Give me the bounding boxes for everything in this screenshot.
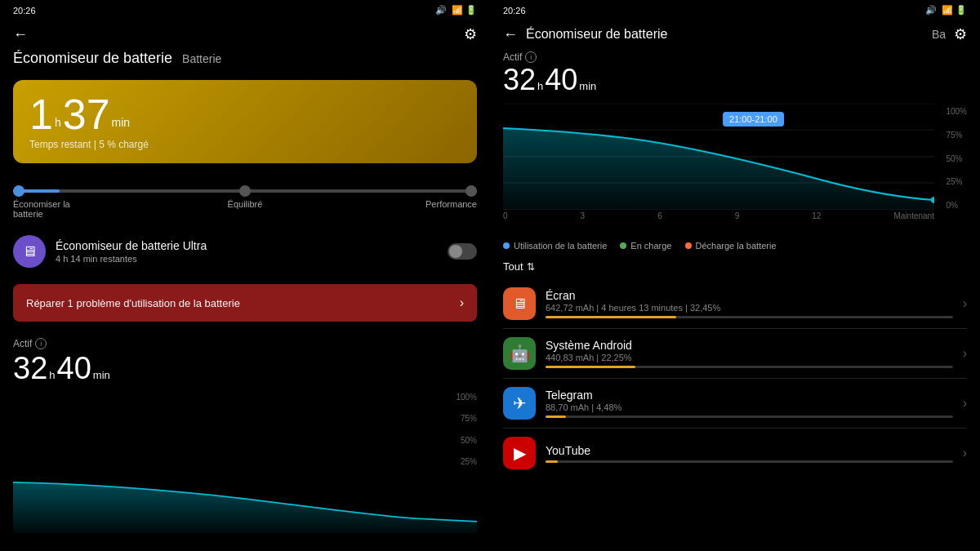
telegram-icon-symbol: ✈ (513, 393, 527, 413)
right-actif-h-unit: h (537, 80, 543, 92)
list-item-ecran[interactable]: 🖥 Écran 642,72 mAh | 4 heures 13 minutes… (490, 279, 980, 328)
r-pct-25: 25% (946, 177, 967, 186)
slider-labels: Économiser labatterie Équilibré Performa… (13, 199, 477, 219)
left-battery-chart (13, 468, 477, 533)
ecran-bar-bg (546, 316, 953, 318)
right-back-button[interactable]: ← (503, 26, 518, 43)
battery-card: 1 h 37 min Temps restant | 5 % chargé (13, 80, 477, 163)
ecran-app-detail: 642,72 mAh | 4 heures 13 minutes | 32,45… (546, 303, 953, 313)
left-actif-minutes: 40 (57, 351, 91, 386)
left-back-button[interactable]: ← (13, 26, 28, 43)
telegram-bar-fill (546, 415, 566, 418)
right-actif-minutes: 40 (545, 63, 577, 97)
left-actif-label: Actif i (0, 328, 490, 351)
slider-dot-left[interactable] (13, 185, 24, 197)
ultra-saver-subtitle: 4 h 14 min restantes (56, 254, 438, 264)
r-pct-100: 100% (946, 107, 967, 116)
youtube-app-icon: ▶ (503, 437, 536, 469)
sort-row[interactable]: Tout ⇅ (490, 257, 980, 279)
chart-legend: Utilisation de la batterie En charge Déc… (490, 234, 980, 257)
right-gear-icon[interactable]: ⚙ (954, 25, 967, 43)
slider-label-balanced: Équilibré (168, 199, 321, 219)
ultra-saver-title: Économiseur de batterie Ultra (56, 239, 438, 252)
battery-card-subtitle: Temps restant | 5 % chargé (29, 139, 461, 150)
left-top-nav: ← ⚙ (0, 19, 490, 50)
slider-dot-mid[interactable] (239, 185, 251, 197)
right-battery-chart (503, 104, 934, 210)
left-actif-info-icon: i (35, 338, 47, 349)
right-actif-time: 32 h 40 min (490, 63, 980, 104)
battery-h-unit: h (55, 116, 61, 129)
time-label-now: Maintenant (893, 211, 933, 220)
battery-min-unit: min (112, 116, 131, 129)
toggle-knob (449, 245, 462, 258)
warning-chevron-icon: › (460, 295, 464, 310)
right-actif-min-unit: min (579, 80, 596, 92)
right-page-short: Ba (932, 28, 946, 41)
legend-decharge: Décharge la batterie (685, 241, 777, 251)
right-chart-percents: 100% 75% 50% 25% 0% (946, 104, 967, 210)
left-status-icons: 🔊 📶 🔋 (435, 5, 477, 16)
legend-label-charge: En charge (630, 241, 671, 251)
list-item-youtube[interactable]: ▶ YouTube › (490, 429, 980, 478)
android-app-name: Système Android (546, 339, 953, 352)
right-time: 20:26 (503, 6, 526, 16)
android-app-info: Système Android 440,83 mAh | 22,25% (546, 339, 953, 368)
time-label-9: 9 (735, 211, 740, 220)
list-item-android[interactable]: 🤖 Système Android 440,83 mAh | 22,25% › (490, 329, 980, 378)
time-label-3: 3 (581, 211, 586, 220)
youtube-app-name: YouTube (546, 444, 953, 457)
telegram-app-name: Telegram (546, 389, 953, 402)
warning-banner[interactable]: Réparer 1 problème d'utilisation de la b… (13, 284, 477, 322)
slider-dot-right[interactable] (466, 185, 477, 197)
right-actif-hours: 32 (503, 63, 536, 97)
right-status-icons: 🔊 📶 🔋 (925, 5, 967, 16)
pct-50: 50% (456, 436, 477, 445)
ecran-bar-fill (546, 316, 676, 318)
left-page-subtitle: Batterie (182, 52, 221, 65)
youtube-icon-symbol: ▶ (514, 443, 526, 463)
left-phone-panel: 20:26 🔊 📶 🔋 ← ⚙ Économiseur de batterie … (0, 0, 490, 551)
youtube-bar-bg (546, 460, 953, 463)
left-page-title: Économiseur de batterie (13, 50, 172, 67)
youtube-bar-fill (546, 460, 558, 463)
left-chart-area: 100% 75% 50% 25% (0, 386, 490, 551)
legend-label-utilisation: Utilisation de la batterie (514, 241, 607, 251)
telegram-chevron-icon: › (963, 396, 967, 411)
left-time: 20:26 (13, 6, 36, 16)
ultra-saver-icon: 🖥 (13, 235, 46, 268)
battery-hours: 1 (29, 93, 53, 136)
ultra-saver-row[interactable]: 🖥 Économiseur de batterie Ultra 4 h 14 m… (0, 225, 490, 278)
android-bar-fill (546, 366, 635, 368)
android-app-icon: 🤖 (503, 337, 536, 370)
app-list: 🖥 Écran 642,72 mAh | 4 heures 13 minutes… (490, 279, 980, 478)
left-actif-text: Actif (13, 338, 32, 349)
r-pct-50: 50% (946, 154, 967, 163)
list-item-telegram[interactable]: ✈ Telegram 88,70 mAh | 4,48% › (490, 379, 980, 428)
left-actif-hours: 32 (13, 351, 47, 386)
right-actif-label-row: Actif i (490, 50, 980, 63)
ultra-saver-toggle[interactable] (448, 243, 477, 260)
slider-track[interactable] (13, 189, 477, 193)
youtube-app-info: YouTube (546, 444, 953, 463)
ecran-chevron-icon: › (963, 296, 967, 311)
android-icon-symbol: 🤖 (510, 344, 530, 363)
sort-label: Tout (503, 260, 523, 273)
legend-charge: En charge (620, 241, 671, 251)
warning-text: Réparer 1 problème d'utilisation de la b… (26, 297, 460, 309)
time-label-12: 12 (812, 211, 821, 220)
ecran-icon-symbol: 🖥 (512, 295, 527, 313)
left-status-bar: 20:26 🔊 📶 🔋 (0, 0, 490, 19)
legend-dot-decharge (685, 242, 692, 249)
time-label-6: 6 (657, 211, 662, 220)
left-actif-h-unit: h (49, 369, 55, 381)
r-pct-0: 0% (946, 201, 967, 210)
pct-100: 100% (456, 393, 477, 402)
right-chart-container: 21:00-21:00 100% 75% 50% 25% 0% (503, 104, 967, 234)
slider-label-perf: Performance (324, 199, 477, 219)
android-app-detail: 440,83 mAh | 22,25% (546, 353, 953, 362)
legend-label-decharge: Décharge la batterie (696, 241, 777, 251)
left-gear-icon[interactable]: ⚙ (464, 25, 477, 43)
power-mode-slider[interactable]: Économiser labatterie Équilibré Performa… (0, 170, 490, 225)
left-chart-percents: 100% 75% 50% 25% (13, 393, 477, 466)
